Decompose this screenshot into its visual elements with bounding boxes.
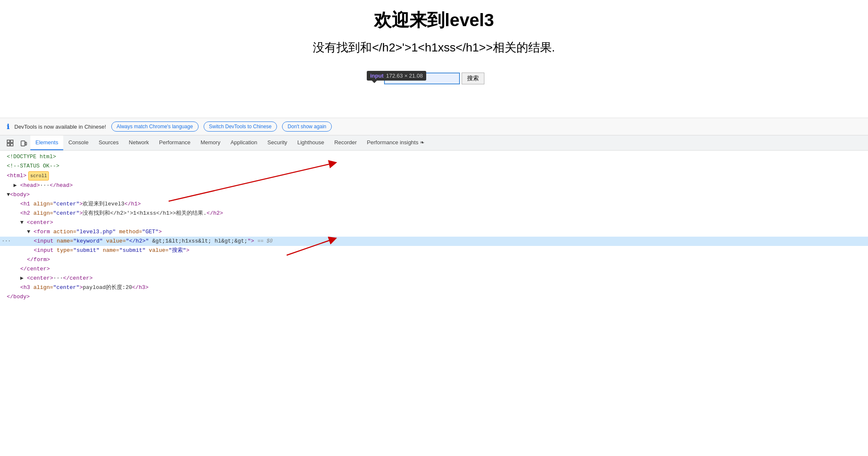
tab-performance[interactable]: Performance bbox=[154, 135, 195, 150]
code-input1[interactable]: ··· <input name="keyword" value="</h2>" … bbox=[0, 237, 868, 246]
devtools-notification: ℹ DevTools is now available in Chinese! … bbox=[0, 118, 868, 135]
code-center2: ▶ <center>···</center> bbox=[0, 274, 868, 283]
code-center-open: ▼ <center> bbox=[0, 218, 868, 227]
page-content: 欢迎来到level3 没有找到和</h2>'>1<h1xss</h1>>相关的结… bbox=[0, 0, 868, 118]
info-icon: ℹ bbox=[7, 123, 9, 131]
switch-devtools-button[interactable]: Switch DevTools to Chinese bbox=[204, 121, 277, 132]
code-h1: <h1 align="center">欢迎来到level3</h1> bbox=[0, 200, 868, 209]
svg-rect-5 bbox=[25, 142, 27, 145]
tab-console[interactable]: Console bbox=[63, 135, 94, 150]
code-body-open: ▼ <body> bbox=[0, 190, 868, 200]
code-status: <!--STATUS OK--> bbox=[0, 162, 868, 171]
code-html: <html> scroll bbox=[0, 171, 868, 181]
code-head: ▶ <head>···</head> bbox=[0, 181, 868, 190]
tab-application[interactable]: Application bbox=[226, 135, 263, 150]
tab-lighthouse[interactable]: Lighthouse bbox=[292, 135, 329, 150]
page-subtitle: 没有找到和</h2>'>1<h1xss</h1>>相关的结果. bbox=[0, 40, 868, 56]
device-toolbar-icon[interactable] bbox=[17, 135, 30, 150]
elements-panel: <!DOCTYPE html> <!--STATUS OK--> <html> … bbox=[0, 151, 868, 303]
always-match-button[interactable]: Always match Chrome's language bbox=[111, 121, 199, 132]
tab-security[interactable]: Security bbox=[262, 135, 292, 150]
tab-network[interactable]: Network bbox=[124, 135, 154, 150]
page-title: 欢迎来到level3 bbox=[0, 8, 868, 32]
tab-memory[interactable]: Memory bbox=[196, 135, 226, 150]
notification-text: DevTools is now available in Chinese! bbox=[14, 124, 106, 130]
dollar-zero: == $0 bbox=[258, 237, 273, 246]
code-body-close: </body> bbox=[0, 292, 868, 302]
input-tooltip: input 172.63 × 21.08 bbox=[367, 71, 426, 81]
code-doctype: <!DOCTYPE html> bbox=[0, 152, 868, 162]
tooltip-size: 172.63 × 21.08 bbox=[386, 73, 423, 79]
svg-rect-3 bbox=[11, 143, 13, 146]
code-h3: <h3 align="center">payload的长度:20</h3> bbox=[0, 283, 868, 292]
scroll-badge[interactable]: scroll bbox=[28, 171, 49, 181]
svg-rect-1 bbox=[11, 140, 13, 143]
code-input2: <input type="submit" name="submit" value… bbox=[0, 246, 868, 255]
tab-recorder[interactable]: Recorder bbox=[329, 135, 362, 150]
svg-rect-2 bbox=[7, 143, 10, 146]
inspect-element-icon[interactable] bbox=[3, 135, 17, 150]
code-h2: <h2 align="center">没有找到和</h2>'>1<h1xss</… bbox=[0, 209, 868, 218]
tab-sources[interactable]: Sources bbox=[94, 135, 124, 150]
svg-rect-0 bbox=[7, 140, 10, 143]
dont-show-again-button[interactable]: Don't show again bbox=[282, 121, 332, 132]
tab-perf-insights[interactable]: Performance insights ❧ bbox=[362, 135, 430, 150]
tab-elements[interactable]: Elements bbox=[30, 135, 63, 150]
code-form-open: ▼ <form action="level3.php" method="GET"… bbox=[0, 227, 868, 237]
search-button[interactable]: 搜索 bbox=[462, 73, 484, 84]
svg-rect-4 bbox=[21, 141, 25, 146]
code-center-close: </center> bbox=[0, 264, 868, 274]
three-dots: ··· bbox=[2, 237, 11, 246]
tooltip-tag: input bbox=[370, 73, 384, 79]
devtools-tabs: Elements Console Sources Network Perform… bbox=[0, 135, 868, 151]
search-form: 搜索 bbox=[0, 73, 868, 84]
code-form-close: </form> bbox=[0, 255, 868, 264]
